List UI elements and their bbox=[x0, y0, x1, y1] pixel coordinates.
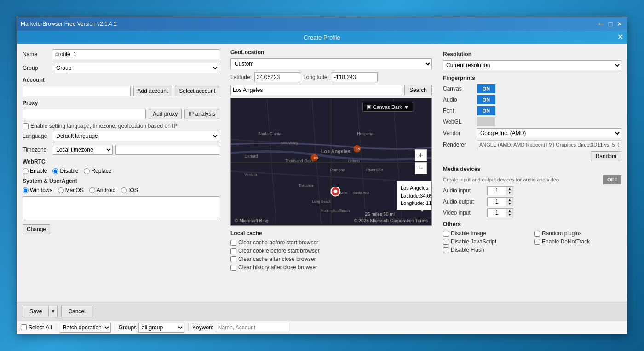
select-all-checkbox[interactable] bbox=[21, 324, 27, 330]
random-plugins-checkbox[interactable] bbox=[534, 231, 540, 237]
webrtc-replace-label[interactable]: Replace bbox=[91, 168, 111, 174]
webrtc-disable-radio[interactable] bbox=[52, 168, 58, 174]
clear-history-after-label[interactable]: Clear history after close browser bbox=[238, 264, 317, 271]
search-button[interactable]: Search bbox=[404, 85, 432, 95]
audio-output-up[interactable]: ▲ bbox=[506, 198, 513, 202]
svg-text:Riverside: Riverside bbox=[366, 168, 383, 172]
svg-text:Hesperia: Hesperia bbox=[357, 131, 373, 136]
audio-input-up[interactable]: ▲ bbox=[506, 187, 513, 191]
os-ios-label[interactable]: IOS bbox=[128, 187, 138, 193]
resolution-select[interactable]: Current resolution bbox=[443, 60, 621, 70]
content-area: Name Group Group Account Add account Sel… bbox=[17, 44, 627, 334]
cancel-button[interactable]: Cancel bbox=[61, 306, 92, 317]
map-zoom-in-button[interactable]: + bbox=[415, 149, 427, 161]
disable-js-checkbox[interactable] bbox=[443, 239, 449, 245]
groups-select[interactable]: all group bbox=[138, 323, 184, 333]
disable-image-label[interactable]: Disable Image bbox=[451, 230, 486, 237]
change-button[interactable]: Change bbox=[23, 224, 50, 234]
video-input-up[interactable]: ▲ bbox=[506, 209, 513, 213]
clear-cookie-before-label[interactable]: Clear cookie before start browser bbox=[238, 248, 320, 254]
maximize-button[interactable]: □ bbox=[607, 20, 614, 28]
vendor-select[interactable]: Google Inc. (AMD) bbox=[477, 128, 621, 138]
webrtc-disable-label[interactable]: Disable bbox=[60, 168, 78, 174]
select-account-button[interactable]: Select account bbox=[175, 86, 219, 96]
font-toggle[interactable]: ON bbox=[477, 106, 495, 115]
os-windows-label[interactable]: Windows bbox=[30, 187, 52, 193]
map-theme-button[interactable]: ▣ Canvas Dark ▼ bbox=[362, 102, 413, 112]
clear-cache-before-checkbox[interactable] bbox=[230, 240, 236, 246]
account-input[interactable] bbox=[23, 86, 131, 96]
webgl-toggle bbox=[477, 117, 495, 126]
clear-cookie-before-checkbox[interactable] bbox=[230, 248, 236, 254]
enable-dnt-label[interactable]: Enable DoNotTrack bbox=[542, 238, 590, 245]
clear-history-after-checkbox[interactable] bbox=[230, 265, 236, 271]
ip-analysis-button[interactable]: IP analysis bbox=[184, 109, 219, 119]
os-macos-label[interactable]: MacOS bbox=[65, 187, 84, 193]
enable-dnt-checkbox[interactable] bbox=[534, 239, 540, 245]
keyword-label: Keyword bbox=[192, 324, 214, 331]
video-input-down[interactable]: ▼ bbox=[506, 213, 513, 217]
add-proxy-button[interactable]: Add proxy bbox=[149, 109, 182, 119]
window-close-button[interactable]: ✕ bbox=[616, 20, 623, 28]
audio-output-row: Audio output ▲ ▼ bbox=[443, 197, 621, 206]
disable-flash-checkbox[interactable] bbox=[443, 247, 449, 253]
longitude-input[interactable] bbox=[332, 72, 378, 82]
select-all-label[interactable]: All bbox=[46, 324, 52, 331]
audio-output-down[interactable]: ▼ bbox=[506, 202, 513, 206]
audio-fp-label: Audio bbox=[443, 96, 475, 103]
webrtc-enable-label[interactable]: Enable bbox=[30, 168, 47, 174]
language-select[interactable]: Default language bbox=[53, 131, 219, 141]
timezone-extra-input[interactable] bbox=[115, 145, 219, 155]
audio-toggle[interactable]: ON bbox=[477, 95, 495, 104]
webrtc-replace-radio[interactable] bbox=[84, 168, 90, 174]
minimize-button[interactable]: ─ bbox=[598, 20, 605, 28]
select-label[interactable]: Select bbox=[29, 324, 44, 331]
disable-flash-item: Disable Flash bbox=[443, 247, 530, 253]
account-row: Add account Select account bbox=[23, 86, 219, 96]
account-section-title: Account bbox=[23, 77, 219, 83]
useragent-textarea[interactable] bbox=[23, 196, 219, 220]
disable-flash-label[interactable]: Disable Flash bbox=[451, 247, 484, 253]
os-windows-radio[interactable] bbox=[23, 187, 29, 193]
random-button[interactable]: Random bbox=[591, 151, 621, 161]
group-select[interactable]: Group bbox=[53, 63, 219, 73]
audio-input-value[interactable] bbox=[488, 187, 506, 195]
clear-cache-before-label[interactable]: Clear cache before start browser bbox=[238, 239, 318, 246]
os-macos-item: MacOS bbox=[58, 187, 84, 193]
os-macos-radio[interactable] bbox=[58, 187, 64, 193]
clear-cache-after-checkbox[interactable] bbox=[230, 256, 236, 262]
map-container[interactable]: Santa Clarita Oxnard Ventura Simi Valley… bbox=[230, 98, 432, 226]
os-android-label[interactable]: Android bbox=[97, 187, 115, 193]
audio-input-down[interactable]: ▼ bbox=[506, 191, 513, 195]
dialog-close-button[interactable]: ✕ bbox=[617, 34, 623, 41]
batch-operation-select[interactable]: Batch operation bbox=[60, 323, 111, 333]
name-input[interactable] bbox=[53, 49, 219, 59]
save-button[interactable]: Save bbox=[23, 306, 49, 317]
disable-image-checkbox[interactable] bbox=[443, 231, 449, 237]
audio-output-value[interactable] bbox=[488, 198, 506, 206]
timezone-select[interactable]: Local timezone bbox=[53, 145, 113, 155]
disable-js-label[interactable]: Disable JavaScript bbox=[451, 238, 496, 245]
random-plugins-label[interactable]: Random plugins bbox=[542, 230, 582, 237]
latitude-input[interactable] bbox=[254, 72, 300, 82]
add-account-button[interactable]: Add account bbox=[133, 86, 172, 96]
geo-search-input[interactable] bbox=[230, 85, 402, 95]
geo-type-select[interactable]: Custom bbox=[230, 58, 432, 69]
enable-ip-label[interactable]: Enable setting language, timezone, geolo… bbox=[30, 123, 178, 129]
video-input-value[interactable] bbox=[488, 209, 506, 217]
clear-cache-after-label[interactable]: Clear cache after close browser bbox=[238, 256, 316, 262]
os-ios-radio[interactable] bbox=[121, 187, 127, 193]
enable-ip-checkbox[interactable] bbox=[23, 123, 29, 129]
audio-output-spinner: ▲ ▼ bbox=[487, 197, 513, 206]
status-divider-2 bbox=[115, 324, 115, 331]
os-android-radio[interactable] bbox=[89, 187, 95, 193]
others-grid: Disable Image Random plugins Disable Jav… bbox=[443, 230, 621, 253]
canvas-toggle[interactable]: ON bbox=[477, 84, 495, 93]
webrtc-enable-radio[interactable] bbox=[23, 168, 29, 174]
media-toggle[interactable]: OFF bbox=[603, 175, 621, 184]
save-dropdown-button[interactable]: ▼ bbox=[49, 306, 57, 317]
geo-coords-row: Latitude: Longitude: bbox=[230, 72, 432, 82]
proxy-input[interactable] bbox=[23, 109, 146, 119]
keyword-input[interactable] bbox=[216, 323, 289, 332]
map-zoom-out-button[interactable]: − bbox=[415, 162, 427, 174]
